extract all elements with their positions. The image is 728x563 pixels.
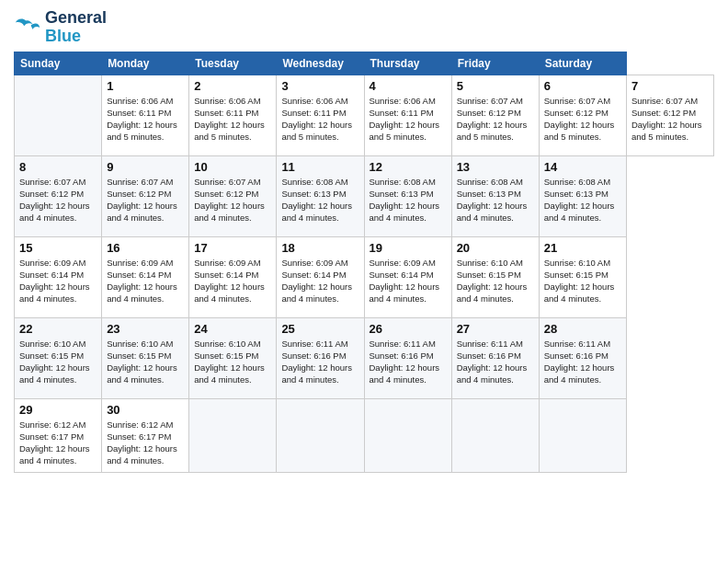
calendar-cell	[364, 398, 451, 472]
calendar-cell: 4Sunrise: 6:06 AMSunset: 6:11 PMDaylight…	[364, 75, 451, 155]
calendar-week-row: 22Sunrise: 6:10 AMSunset: 6:15 PMDayligh…	[15, 317, 714, 398]
day-number: 25	[281, 322, 358, 336]
calendar-cell: 19Sunrise: 6:09 AMSunset: 6:14 PMDayligh…	[364, 236, 451, 317]
calendar-week-row: 1Sunrise: 6:06 AMSunset: 6:11 PMDaylight…	[15, 75, 714, 155]
weekday-header-sunday: Sunday	[15, 52, 102, 75]
day-info: Sunrise: 6:08 AMSunset: 6:13 PMDaylight:…	[544, 176, 621, 224]
day-number: 30	[107, 403, 184, 417]
day-number: 21	[544, 241, 621, 255]
weekday-header-friday: Friday	[451, 52, 539, 75]
day-number: 23	[107, 322, 184, 336]
day-info: Sunrise: 6:07 AMSunset: 6:12 PMDaylight:…	[107, 176, 184, 224]
day-number: 8	[19, 160, 97, 174]
calendar-cell: 7Sunrise: 6:07 AMSunset: 6:12 PMDaylight…	[626, 75, 713, 155]
day-info: Sunrise: 6:10 AMSunset: 6:15 PMDaylight:…	[544, 257, 621, 305]
day-number: 13	[457, 160, 534, 174]
calendar-week-row: 29Sunrise: 6:12 AMSunset: 6:17 PMDayligh…	[15, 398, 714, 472]
calendar-cell: 29Sunrise: 6:12 AMSunset: 6:17 PMDayligh…	[15, 398, 102, 472]
calendar-cell	[539, 398, 626, 472]
calendar-cell: 8Sunrise: 6:07 AMSunset: 6:12 PMDaylight…	[15, 155, 102, 236]
weekday-header-thursday: Thursday	[364, 52, 451, 75]
day-number: 18	[281, 241, 358, 255]
day-info: Sunrise: 6:11 AMSunset: 6:16 PMDaylight:…	[544, 338, 621, 386]
day-info: Sunrise: 6:10 AMSunset: 6:15 PMDaylight:…	[457, 257, 534, 305]
day-info: Sunrise: 6:09 AMSunset: 6:14 PMDaylight:…	[107, 257, 184, 305]
weekday-header-monday: Monday	[102, 52, 189, 75]
calendar-cell: 12Sunrise: 6:08 AMSunset: 6:13 PMDayligh…	[364, 155, 451, 236]
day-info: Sunrise: 6:07 AMSunset: 6:12 PMDaylight:…	[194, 176, 271, 224]
weekday-header-row: SundayMondayTuesdayWednesdayThursdayFrid…	[15, 52, 714, 75]
calendar-cell: 13Sunrise: 6:08 AMSunset: 6:13 PMDayligh…	[451, 155, 539, 236]
weekday-header-wednesday: Wednesday	[277, 52, 364, 75]
day-number: 10	[194, 160, 271, 174]
calendar-cell: 24Sunrise: 6:10 AMSunset: 6:15 PMDayligh…	[189, 317, 277, 398]
header: General Blue	[14, 9, 714, 46]
day-number: 5	[457, 79, 534, 93]
day-number: 19	[370, 241, 447, 255]
day-info: Sunrise: 6:09 AMSunset: 6:14 PMDaylight:…	[370, 257, 447, 305]
calendar-page: General Blue SundayMondayTuesdayWednesda…	[0, 0, 728, 563]
day-info: Sunrise: 6:12 AMSunset: 6:17 PMDaylight:…	[19, 419, 97, 467]
day-info: Sunrise: 6:07 AMSunset: 6:12 PMDaylight:…	[631, 95, 709, 144]
day-info: Sunrise: 6:07 AMSunset: 6:12 PMDaylight:…	[19, 176, 97, 224]
day-number: 11	[281, 160, 358, 174]
calendar-cell: 3Sunrise: 6:06 AMSunset: 6:11 PMDaylight…	[277, 75, 364, 155]
day-number: 15	[19, 241, 97, 255]
calendar-cell: 2Sunrise: 6:06 AMSunset: 6:11 PMDaylight…	[189, 75, 277, 155]
day-info: Sunrise: 6:07 AMSunset: 6:12 PMDaylight:…	[457, 95, 534, 144]
logo-icon	[14, 15, 41, 40]
day-number: 20	[457, 241, 534, 255]
calendar-cell	[277, 398, 364, 472]
weekday-header-saturday: Saturday	[539, 52, 626, 75]
calendar-cell: 5Sunrise: 6:07 AMSunset: 6:12 PMDaylight…	[451, 75, 539, 155]
day-info: Sunrise: 6:11 AMSunset: 6:16 PMDaylight:…	[281, 338, 358, 386]
day-number: 14	[544, 160, 621, 174]
calendar-cell: 20Sunrise: 6:10 AMSunset: 6:15 PMDayligh…	[451, 236, 539, 317]
day-info: Sunrise: 6:09 AMSunset: 6:14 PMDaylight:…	[194, 257, 271, 305]
day-info: Sunrise: 6:11 AMSunset: 6:16 PMDaylight:…	[457, 338, 534, 386]
day-number: 3	[281, 79, 358, 93]
calendar-cell: 26Sunrise: 6:11 AMSunset: 6:16 PMDayligh…	[364, 317, 451, 398]
calendar-cell: 15Sunrise: 6:09 AMSunset: 6:14 PMDayligh…	[15, 236, 102, 317]
day-number: 12	[370, 160, 447, 174]
weekday-header-tuesday: Tuesday	[189, 52, 277, 75]
calendar-cell: 14Sunrise: 6:08 AMSunset: 6:13 PMDayligh…	[539, 155, 626, 236]
logo: General Blue	[14, 9, 107, 46]
day-number: 1	[107, 79, 184, 93]
day-number: 2	[194, 79, 271, 93]
calendar-cell: 23Sunrise: 6:10 AMSunset: 6:15 PMDayligh…	[102, 317, 189, 398]
day-number: 28	[544, 322, 621, 336]
calendar-week-row: 15Sunrise: 6:09 AMSunset: 6:14 PMDayligh…	[15, 236, 714, 317]
calendar-cell	[451, 398, 539, 472]
day-info: Sunrise: 6:12 AMSunset: 6:17 PMDaylight:…	[107, 419, 184, 467]
day-number: 16	[107, 241, 184, 255]
calendar-cell: 1Sunrise: 6:06 AMSunset: 6:11 PMDaylight…	[102, 75, 189, 155]
day-number: 7	[631, 79, 709, 93]
calendar-cell	[15, 75, 102, 155]
calendar-cell: 6Sunrise: 6:07 AMSunset: 6:12 PMDaylight…	[539, 75, 626, 155]
day-number: 24	[194, 322, 271, 336]
day-info: Sunrise: 6:06 AMSunset: 6:11 PMDaylight:…	[370, 95, 447, 144]
day-number: 29	[19, 403, 97, 417]
day-info: Sunrise: 6:08 AMSunset: 6:13 PMDaylight:…	[370, 176, 447, 224]
day-info: Sunrise: 6:09 AMSunset: 6:14 PMDaylight:…	[281, 257, 358, 305]
calendar-table: SundayMondayTuesdayWednesdayThursdayFrid…	[14, 52, 714, 473]
calendar-cell: 22Sunrise: 6:10 AMSunset: 6:15 PMDayligh…	[15, 317, 102, 398]
calendar-cell: 28Sunrise: 6:11 AMSunset: 6:16 PMDayligh…	[539, 317, 626, 398]
calendar-cell: 21Sunrise: 6:10 AMSunset: 6:15 PMDayligh…	[539, 236, 626, 317]
calendar-cell: 18Sunrise: 6:09 AMSunset: 6:14 PMDayligh…	[277, 236, 364, 317]
day-info: Sunrise: 6:06 AMSunset: 6:11 PMDaylight:…	[194, 95, 271, 144]
day-number: 26	[370, 322, 447, 336]
logo-text: General Blue	[45, 9, 107, 46]
calendar-cell: 11Sunrise: 6:08 AMSunset: 6:13 PMDayligh…	[277, 155, 364, 236]
day-info: Sunrise: 6:06 AMSunset: 6:11 PMDaylight:…	[107, 95, 184, 144]
calendar-cell: 9Sunrise: 6:07 AMSunset: 6:12 PMDaylight…	[102, 155, 189, 236]
calendar-cell: 10Sunrise: 6:07 AMSunset: 6:12 PMDayligh…	[189, 155, 277, 236]
day-info: Sunrise: 6:10 AMSunset: 6:15 PMDaylight:…	[107, 338, 184, 386]
day-number: 4	[370, 79, 447, 93]
day-info: Sunrise: 6:09 AMSunset: 6:14 PMDaylight:…	[19, 257, 97, 305]
day-number: 9	[107, 160, 184, 174]
day-number: 22	[19, 322, 97, 336]
day-info: Sunrise: 6:10 AMSunset: 6:15 PMDaylight:…	[19, 338, 97, 386]
day-info: Sunrise: 6:08 AMSunset: 6:13 PMDaylight:…	[281, 176, 358, 224]
